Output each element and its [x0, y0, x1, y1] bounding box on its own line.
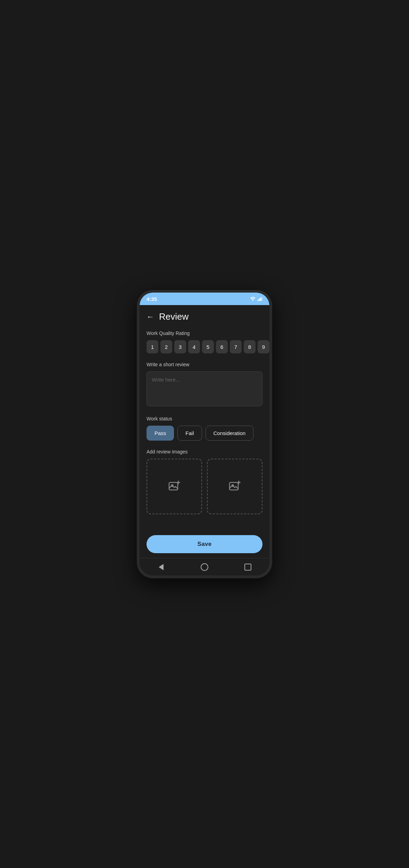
- rating-btn-9[interactable]: 9: [258, 340, 269, 353]
- rating-btn-5[interactable]: 5: [202, 340, 214, 353]
- signal-icon: [258, 297, 262, 301]
- header: ← Review: [140, 305, 269, 327]
- add-images-label: Add review images: [147, 449, 262, 455]
- status-time: 4:35: [147, 296, 157, 302]
- svg-rect-1: [259, 298, 260, 301]
- svg-rect-3: [262, 297, 262, 301]
- image-upload-slot-2[interactable]: [207, 459, 262, 514]
- work-quality-label: Work Quality Rating: [147, 330, 262, 336]
- nav-recent-button[interactable]: [241, 560, 255, 574]
- nav-bar: [140, 558, 269, 575]
- save-section: Save: [140, 528, 269, 558]
- add-images-section: Add review images: [140, 445, 269, 519]
- rating-btn-3[interactable]: 3: [174, 340, 186, 353]
- rating-btn-2[interactable]: 2: [160, 340, 172, 353]
- phone-frame: 4:35 ← Review Work Qu: [137, 290, 272, 578]
- back-button[interactable]: ←: [147, 312, 154, 321]
- image-upload-slot-1[interactable]: [147, 459, 202, 514]
- work-quality-section: Work Quality Rating 1 2 3 4 5 6 7 8 9 10: [140, 327, 269, 358]
- nav-home-button[interactable]: [198, 560, 211, 574]
- save-button[interactable]: Save: [147, 535, 262, 553]
- status-btn-fail[interactable]: Fail: [177, 426, 202, 441]
- images-row: [147, 459, 262, 514]
- review-textarea[interactable]: [147, 371, 262, 406]
- work-status-section: Work status Pass Fail Consideration: [140, 412, 269, 445]
- svg-rect-2: [260, 297, 261, 301]
- work-status-label: Work status: [147, 416, 262, 421]
- status-btn-consideration[interactable]: Consideration: [206, 426, 254, 441]
- add-image-icon-2: [228, 480, 242, 493]
- rating-row: 1 2 3 4 5 6 7 8 9 10: [147, 340, 262, 353]
- rating-btn-4[interactable]: 4: [188, 340, 200, 353]
- page-title: Review: [159, 311, 189, 322]
- add-image-icon-1: [167, 480, 181, 493]
- status-btn-pass[interactable]: Pass: [147, 426, 174, 441]
- rating-btn-8[interactable]: 8: [244, 340, 256, 353]
- wifi-icon: [250, 297, 256, 301]
- status-bar: 4:35: [140, 293, 269, 305]
- screen-content: ← Review Work Quality Rating 1 2 3 4 5 6…: [140, 305, 269, 575]
- status-buttons: Pass Fail Consideration: [147, 426, 262, 441]
- rating-btn-1[interactable]: 1: [147, 340, 158, 353]
- review-label: Write a short review: [147, 362, 262, 367]
- svg-rect-0: [258, 300, 259, 301]
- rating-btn-6[interactable]: 6: [216, 340, 228, 353]
- status-icons: [250, 297, 262, 301]
- nav-back-button[interactable]: [154, 560, 168, 574]
- review-section: Write a short review: [140, 358, 269, 412]
- rating-btn-7[interactable]: 7: [230, 340, 242, 353]
